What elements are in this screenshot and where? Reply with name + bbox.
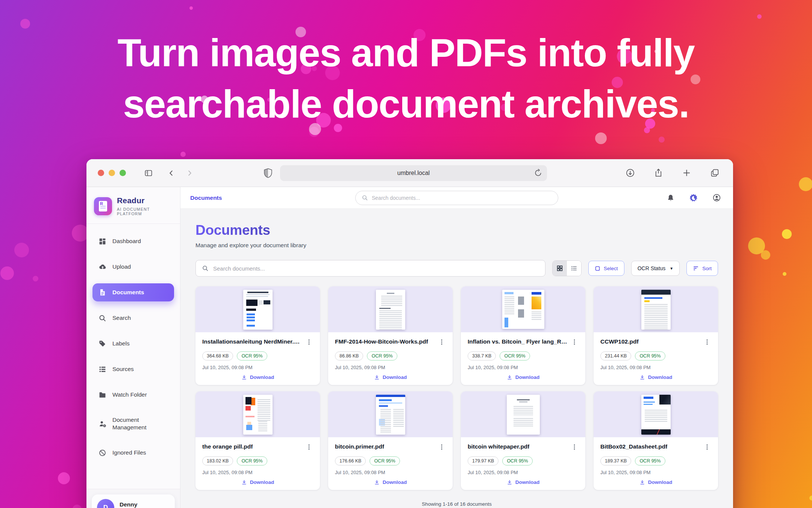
- ocr-status-dropdown[interactable]: OCR Status ▼: [631, 261, 680, 276]
- download-icon: [507, 479, 512, 485]
- download-label: Download: [648, 479, 673, 485]
- decorative-dot: [595, 132, 607, 144]
- app-topbar: Documents: [180, 187, 733, 209]
- sidebar-item-ignored-files[interactable]: Ignored Files: [92, 444, 174, 462]
- sources-icon: [98, 365, 107, 373]
- download-link[interactable]: Download: [335, 374, 446, 380]
- kebab-menu-icon[interactable]: [438, 443, 446, 452]
- document-thumbnail: [594, 286, 718, 332]
- sidebar-item-search[interactable]: Search: [92, 309, 174, 327]
- browser-actions: [623, 166, 722, 180]
- decorative-dot: [761, 250, 770, 260]
- forward-button[interactable]: [183, 167, 196, 179]
- sidebar-item-labels[interactable]: Labels: [92, 335, 174, 353]
- reload-icon[interactable]: [534, 169, 542, 179]
- breadcrumb[interactable]: Documents: [190, 195, 222, 201]
- documents-search[interactable]: [195, 260, 545, 277]
- theme-toggle-icon[interactable]: [687, 191, 700, 205]
- notifications-bell-icon[interactable]: [664, 192, 677, 204]
- zoom-window-button[interactable]: [120, 170, 126, 176]
- document-card[interactable]: Inflation vs. Bitcoin_ Flyer lang_RGB.pd…: [461, 286, 585, 385]
- folder-icon: [98, 391, 107, 399]
- user-card-wrap: D Denny admin@readur.com: [86, 489, 180, 508]
- sidebar-nav: Dashboard Upload Documents Search Labels…: [86, 224, 180, 489]
- user-card[interactable]: D Denny admin@readur.com: [92, 494, 175, 508]
- document-card[interactable]: CCWP102.pdf 231.44 KB OCR 95% Jul 10, 20…: [594, 286, 718, 385]
- sidebar-item-document-management[interactable]: Document Management: [92, 411, 174, 436]
- download-link[interactable]: Download: [600, 479, 711, 485]
- global-search-input[interactable]: [372, 195, 552, 201]
- list-view-button[interactable]: [567, 261, 581, 276]
- sidebar-item-label: Ignored Files: [112, 449, 146, 456]
- address-bar[interactable]: umbrel.local: [280, 165, 547, 181]
- kebab-menu-icon[interactable]: [570, 338, 579, 347]
- document-card[interactable]: Installationsanleitung NerdMiner.pdf 364…: [195, 286, 320, 385]
- decorative-dot: [73, 505, 82, 508]
- document-card[interactable]: the orange pill.pdf 183.02 KB OCR 95% Ju…: [195, 391, 320, 490]
- sidebar-toggle-icon[interactable]: [142, 166, 155, 180]
- document-card[interactable]: FMF-2014-How-Bitcoin-Works.pdf 86.86 KB …: [328, 286, 453, 385]
- decorative-dot: [783, 272, 786, 276]
- browser-toolbar: umbrel.local: [86, 159, 733, 187]
- decorative-dot: [799, 177, 812, 191]
- sidebar-item-sources[interactable]: Sources: [92, 360, 174, 378]
- sidebar: Readur AI DOCUMENT PLATFORM Dashboard Up…: [86, 187, 180, 508]
- document-date: Jul 10, 2025, 09:08 PM: [468, 365, 579, 370]
- dashboard-icon: [98, 237, 107, 245]
- download-link[interactable]: Download: [468, 479, 579, 485]
- topbar-icons: [664, 191, 723, 205]
- document-card[interactable]: bitcoin whitepaper.pdf 179.97 KB OCR 95%…: [461, 391, 585, 490]
- sidebar-item-label: Upload: [112, 263, 131, 271]
- kebab-menu-icon[interactable]: [570, 443, 579, 452]
- document-date: Jul 10, 2025, 09:08 PM: [600, 365, 711, 370]
- sort-button[interactable]: Sort: [686, 261, 718, 276]
- grid-view-button[interactable]: [553, 261, 567, 276]
- kebab-menu-icon[interactable]: [703, 443, 711, 452]
- download-link[interactable]: Download: [600, 374, 711, 380]
- download-link[interactable]: Download: [335, 479, 446, 485]
- sidebar-item-dashboard[interactable]: Dashboard: [92, 232, 174, 250]
- documents-search-input[interactable]: [213, 265, 539, 272]
- download-label: Download: [250, 479, 274, 485]
- ocr-status-badge: OCR 95%: [367, 351, 397, 360]
- search-icon: [202, 265, 209, 272]
- downloads-icon[interactable]: [623, 166, 637, 180]
- new-tab-icon[interactable]: [680, 166, 694, 180]
- download-link[interactable]: Download: [202, 479, 313, 485]
- minimize-window-button[interactable]: [109, 170, 115, 176]
- share-icon[interactable]: [651, 166, 665, 180]
- document-card[interactable]: bitcoin.primer.pdf 176.66 KB OCR 95% Jul…: [328, 391, 453, 490]
- file-size-badge: 86.86 KB: [335, 351, 363, 360]
- sidebar-item-documents[interactable]: Documents: [92, 283, 174, 301]
- brand: Readur AI DOCUMENT PLATFORM: [86, 187, 180, 224]
- download-icon: [241, 374, 247, 380]
- kebab-menu-icon[interactable]: [703, 338, 711, 347]
- traffic-lights: [98, 170, 126, 176]
- document-date: Jul 10, 2025, 09:08 PM: [600, 470, 711, 475]
- kebab-menu-icon[interactable]: [438, 338, 446, 347]
- sidebar-item-label: Labels: [112, 340, 130, 347]
- back-button[interactable]: [165, 167, 178, 179]
- file-size-badge: 364.68 KB: [202, 351, 233, 360]
- tab-overview-icon[interactable]: [708, 166, 722, 180]
- document-thumbnail: [461, 391, 585, 437]
- account-icon[interactable]: [710, 191, 723, 204]
- documents-grid: Installationsanleitung NerdMiner.pdf 364…: [195, 286, 718, 490]
- document-thumbnail: [594, 391, 718, 437]
- sidebar-item-watch-folder[interactable]: Watch Folder: [92, 386, 174, 404]
- label-icon: [98, 339, 107, 348]
- document-card[interactable]: BitBox02_Datasheet.pdf 189.37 KB OCR 95%…: [594, 391, 718, 490]
- kebab-menu-icon[interactable]: [305, 338, 313, 347]
- sidebar-item-upload[interactable]: Upload: [92, 258, 174, 276]
- content: Documents Manage and explore your docume…: [180, 209, 733, 508]
- global-search[interactable]: [355, 191, 558, 205]
- decorative-dot: [180, 152, 186, 157]
- select-button[interactable]: Select: [588, 261, 624, 276]
- close-window-button[interactable]: [98, 170, 104, 176]
- search-icon: [362, 195, 368, 201]
- documents-toolbar: Select OCR Status ▼ Sort: [195, 260, 718, 277]
- file-size-badge: 179.97 KB: [468, 456, 498, 465]
- download-link[interactable]: Download: [202, 374, 313, 380]
- download-link[interactable]: Download: [468, 374, 579, 380]
- kebab-menu-icon[interactable]: [305, 443, 313, 452]
